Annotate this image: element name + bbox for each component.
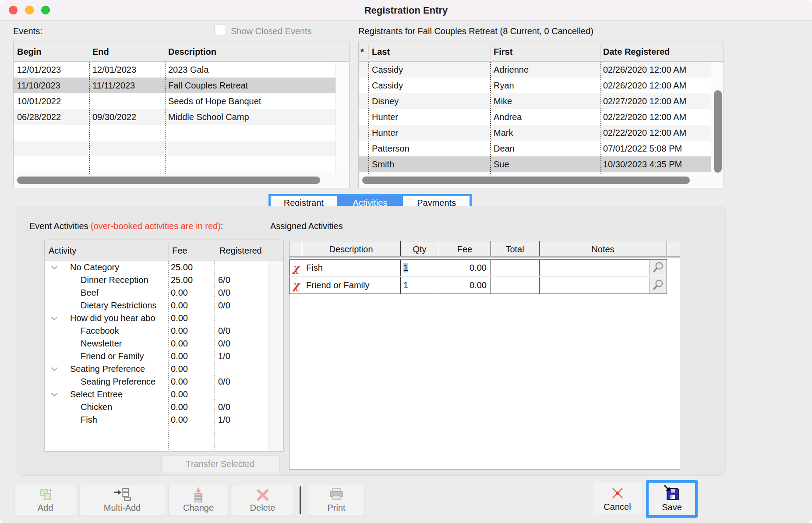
registrant-row[interactable]: SmithSue10/30/2023 4:35 PM bbox=[359, 156, 711, 172]
activity-fee: 0.00 bbox=[171, 363, 212, 375]
registrants-table: * Last First Date Registered CassidyAdri… bbox=[358, 42, 724, 188]
column-header-qty[interactable]: Qty bbox=[400, 241, 439, 258]
activity-tree-row[interactable]: Fish0.001/0 bbox=[45, 413, 268, 426]
assigned-notes-cell[interactable] bbox=[540, 260, 650, 276]
events-hscrollbar-track[interactable] bbox=[14, 173, 349, 188]
assigned-activity-row[interactable]: χFriend or Family10.00 bbox=[289, 277, 667, 294]
assigned-activity-row[interactable]: χFish10.00 bbox=[289, 259, 667, 276]
registrant-row[interactable]: HunterAndrea02/22/2020 12:00 AM bbox=[359, 109, 711, 125]
registrant-row[interactable]: CassidyAdrienne02/26/2020 12:00 AM bbox=[359, 62, 711, 78]
header-separator bbox=[600, 45, 601, 59]
events-table-row[interactable]: 10/01/2022Seeds of Hope Banquet bbox=[14, 93, 335, 109]
activity-registered bbox=[218, 363, 262, 375]
registrants-hscrollbar-track[interactable] bbox=[359, 173, 724, 188]
activity-registered: 1/0 bbox=[218, 413, 262, 426]
assigned-total-cell bbox=[491, 277, 539, 293]
header-separator bbox=[490, 45, 491, 59]
column-header-fee[interactable]: Fee bbox=[439, 241, 491, 258]
column-header-notes[interactable]: Notes bbox=[539, 241, 667, 258]
notes-lookup-button[interactable] bbox=[650, 277, 667, 293]
activity-registered bbox=[218, 312, 262, 325]
delete-button[interactable]: Delete bbox=[232, 485, 293, 516]
header-separator bbox=[89, 45, 89, 59]
registrant-row[interactable]: HunterMark02/22/2020 12:00 AM bbox=[359, 125, 711, 141]
column-header-fee[interactable]: Fee bbox=[172, 240, 187, 261]
remove-activity-icon[interactable]: χ bbox=[290, 277, 302, 293]
column-header-end[interactable]: End bbox=[92, 42, 162, 62]
registrant-row[interactable]: DisneyMike02/27/2020 12:00 AM bbox=[359, 93, 711, 109]
activity-tree-row[interactable]: How did you hear abo0.00 bbox=[45, 312, 268, 325]
registrant-first-cell: Mark bbox=[494, 125, 597, 141]
remove-activity-icon[interactable]: χ bbox=[290, 260, 302, 276]
activity-tree-row[interactable]: Chicken0.000/0 bbox=[45, 401, 268, 413]
column-header-first[interactable]: First bbox=[494, 42, 597, 62]
activity-tree-row[interactable]: No Category25.00 bbox=[45, 261, 268, 274]
event-description-cell: Seeds of Hope Banquet bbox=[168, 93, 332, 109]
cancel-label: Cancel bbox=[593, 502, 642, 512]
registrant-row[interactable]: PattersonDean07/01/2022 5:08 PM bbox=[359, 141, 711, 156]
activity-tree-row[interactable]: Facebook0.000/0 bbox=[45, 325, 268, 337]
column-header-last[interactable]: Last bbox=[372, 42, 487, 62]
activity-label: Newsletter bbox=[81, 337, 167, 350]
activity-tree-row[interactable]: Select Entree0.00 bbox=[45, 388, 268, 401]
registrant-first-cell: Dean bbox=[494, 141, 597, 156]
activity-fee: 0.00 bbox=[171, 350, 212, 363]
column-header-begin[interactable]: Begin bbox=[17, 42, 86, 62]
activity-registered: 0/0 bbox=[218, 401, 262, 413]
column-header-registered[interactable]: Registered bbox=[219, 240, 262, 261]
save-button[interactable]: Save bbox=[649, 483, 695, 515]
print-label: Print bbox=[308, 503, 364, 513]
registrants-title: Registrants for Fall Couples Retreat (8 … bbox=[358, 26, 593, 36]
activity-registered: 1/0 bbox=[218, 350, 262, 363]
column-divider bbox=[600, 62, 601, 175]
assigned-fee-cell[interactable]: 0.00 bbox=[439, 260, 491, 276]
expand-chevron-icon[interactable] bbox=[50, 263, 59, 272]
expand-chevron-icon[interactable] bbox=[50, 314, 59, 323]
registrants-hscrollbar-thumb[interactable] bbox=[362, 177, 690, 184]
activity-fee: 0.00 bbox=[171, 337, 212, 350]
transfer-selected-button[interactable]: Transfer Selected bbox=[161, 456, 279, 472]
change-button[interactable]: Change bbox=[168, 485, 229, 516]
expand-chevron-icon[interactable] bbox=[50, 390, 59, 399]
cancel-button[interactable]: Cancel bbox=[592, 483, 643, 515]
column-header-activity[interactable]: Activity bbox=[49, 240, 76, 261]
add-button[interactable]: Add bbox=[14, 485, 76, 516]
column-header-description[interactable]: Description bbox=[168, 42, 332, 62]
cell-divider bbox=[491, 277, 491, 293]
registrants-rows: CassidyAdrienne02/26/2020 12:00 AMCassid… bbox=[359, 62, 711, 175]
activity-tree-row[interactable]: Seating Preference0.000/0 bbox=[45, 375, 268, 388]
assigned-qty-cell[interactable]: 1 bbox=[401, 277, 439, 293]
events-table-row[interactable]: 06/28/202209/30/2022Middle School Camp bbox=[14, 109, 335, 125]
registrant-first-cell: Andrea bbox=[494, 109, 597, 125]
assigned-notes-cell[interactable] bbox=[540, 277, 650, 293]
expand-chevron-icon[interactable] bbox=[50, 365, 59, 374]
events-table-row[interactable]: 12/01/202312/01/20232023 Gala bbox=[14, 62, 335, 78]
column-header-date-registered[interactable]: Date Registered bbox=[603, 42, 708, 62]
assigned-fee-cell[interactable]: 0.00 bbox=[439, 277, 491, 293]
registrant-last-cell: Disney bbox=[372, 93, 487, 109]
activity-tree-row[interactable]: Dinner Reception25.006/0 bbox=[45, 274, 268, 286]
activity-tree-row[interactable]: Newsletter0.000/0 bbox=[45, 337, 268, 350]
registrants-vscrollbar-thumb[interactable] bbox=[714, 90, 722, 173]
show-closed-events-checkbox[interactable] bbox=[214, 24, 226, 36]
column-header-description[interactable]: Description bbox=[302, 241, 400, 258]
activity-tree-row[interactable]: Seating Preference0.00 bbox=[45, 363, 268, 375]
column-header-total[interactable]: Total bbox=[491, 241, 539, 258]
activity-tree-row[interactable]: Beef0.000/0 bbox=[45, 286, 268, 299]
cancel-icon bbox=[593, 485, 642, 501]
activity-tree-row[interactable]: Dietary Restrictions0.000/0 bbox=[45, 299, 268, 312]
column-header-star[interactable]: * bbox=[360, 42, 367, 62]
show-closed-events-label: Show Closed Events bbox=[231, 26, 312, 36]
events-hscrollbar-thumb[interactable] bbox=[17, 177, 320, 184]
registration-entry-window: Registration Entry Events: Show Closed E… bbox=[0, 0, 812, 523]
activity-tree-row[interactable]: Friend or Family0.001/0 bbox=[45, 350, 268, 363]
cell-divider bbox=[439, 277, 439, 293]
print-button[interactable]: Print bbox=[308, 485, 365, 516]
registrant-row[interactable]: CassidyRyan02/26/2020 12:00 AM bbox=[359, 78, 711, 93]
assigned-qty-cell[interactable]: 1 bbox=[401, 260, 439, 276]
events-table-row[interactable]: 11/10/202311/11/2023Fall Couples Retreat bbox=[14, 78, 335, 93]
event-activities-tree: Activity Fee Registered No Category25.00… bbox=[44, 240, 284, 452]
cell-divider bbox=[491, 260, 491, 276]
multi-add-button[interactable]: Multi-Add bbox=[79, 485, 165, 516]
notes-lookup-button[interactable] bbox=[650, 260, 667, 276]
